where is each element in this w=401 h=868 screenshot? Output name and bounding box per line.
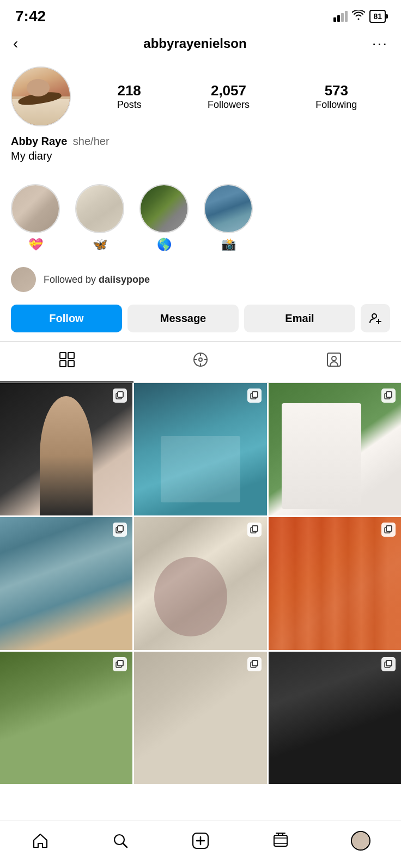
highlight-item-3[interactable]: 🌎 (139, 184, 189, 252)
status-bar: 7:42 81 (0, 0, 401, 29)
more-options-button[interactable]: ··· (372, 35, 388, 52)
multi-post-icon (381, 657, 396, 671)
posts-stat[interactable]: 218 Posts (117, 82, 142, 111)
grid-item-9[interactable] (269, 652, 401, 784)
photo-grid (0, 383, 401, 784)
svg-rect-22 (386, 392, 392, 397)
following-stat[interactable]: 573 Following (315, 82, 357, 111)
status-icons: 81 (333, 10, 386, 23)
multi-post-icon (247, 389, 262, 403)
svg-point-8 (199, 358, 202, 361)
followed-by-text: Followed by daiisypope (44, 274, 150, 286)
followers-stat[interactable]: 2,057 Followers (208, 82, 250, 111)
grid-item-4[interactable] (0, 517, 132, 650)
svg-rect-37 (252, 660, 258, 666)
followed-by: Followed by daiisypope (0, 260, 401, 299)
svg-rect-13 (327, 353, 341, 366)
svg-rect-3 (60, 353, 66, 359)
svg-point-14 (332, 356, 336, 361)
tagged-icon (326, 351, 342, 372)
nav-home[interactable] (24, 830, 57, 852)
email-button[interactable]: Email (244, 305, 355, 332)
grid-item-2[interactable] (134, 383, 266, 515)
svg-point-0 (372, 314, 376, 318)
multi-post-icon (247, 657, 262, 671)
tab-tagged[interactable] (268, 342, 401, 383)
home-icon (32, 833, 48, 848)
add-person-icon (369, 312, 381, 324)
svg-rect-4 (68, 353, 74, 359)
highlight-item-1[interactable]: 💝 (11, 184, 60, 252)
add-icon (192, 832, 209, 849)
profile-stats: 218 Posts 2,057 Followers 573 Following (84, 82, 390, 111)
grid-item-3[interactable] (269, 383, 401, 515)
following-label: Following (315, 99, 357, 111)
avatar[interactable] (11, 66, 71, 126)
multi-post-icon (381, 523, 396, 537)
signal-icon (333, 11, 348, 22)
display-name: Abby Raye (11, 135, 67, 147)
reels-icon (192, 351, 209, 372)
grid-icon (59, 351, 75, 372)
svg-rect-34 (118, 660, 123, 666)
followers-count: 2,057 (208, 82, 250, 99)
nav-add[interactable] (184, 830, 217, 852)
action-buttons: Follow Message Email (0, 299, 401, 341)
follower-username[interactable]: daiisypope (99, 274, 150, 285)
grid-item-8[interactable] (134, 652, 266, 784)
svg-rect-40 (386, 660, 392, 666)
back-button[interactable]: ‹ (13, 35, 18, 52)
bio-text: My diary (11, 150, 390, 162)
nav-search[interactable] (104, 830, 137, 852)
multi-post-icon (113, 389, 127, 403)
svg-rect-5 (60, 361, 66, 367)
wifi-icon (352, 10, 365, 23)
status-time: 7:42 (15, 8, 46, 25)
following-count: 573 (315, 82, 357, 99)
grid-item-5[interactable] (134, 517, 266, 650)
profile-top: 218 Posts 2,057 Followers 573 Following (11, 66, 390, 126)
pronouns: she/her (73, 135, 110, 147)
highlight-emoji-3: 🌎 (157, 238, 172, 252)
svg-rect-19 (252, 392, 258, 397)
reels-nav-icon (274, 833, 288, 849)
message-button[interactable]: Message (127, 305, 239, 332)
multi-post-icon (247, 523, 262, 537)
profile-section: 218 Posts 2,057 Followers 573 Following … (0, 58, 401, 178)
svg-rect-16 (118, 392, 123, 397)
search-icon (113, 833, 128, 848)
multi-post-icon (381, 389, 396, 403)
grid-item-6[interactable] (269, 517, 401, 650)
highlight-emoji-4: 📸 (221, 238, 236, 252)
highlight-item-4[interactable]: 📸 (204, 184, 253, 252)
highlights-section: 💝 🦋 🌎 📸 (0, 178, 401, 260)
grid-item-1[interactable] (0, 383, 132, 515)
highlight-emoji-1: 💝 (28, 238, 43, 252)
tab-grid[interactable] (0, 342, 133, 383)
highlight-item-2[interactable]: 🦋 (75, 184, 124, 252)
tab-reels[interactable] (133, 342, 267, 383)
nav-reels[interactable] (264, 830, 297, 852)
posts-count: 218 (117, 82, 142, 99)
posts-label: Posts (117, 99, 142, 111)
multi-post-icon (113, 523, 127, 537)
svg-rect-28 (252, 526, 258, 531)
content-tabs (0, 341, 401, 383)
profile-bio: Abby Raye she/her My diary (11, 135, 390, 162)
svg-rect-47 (274, 835, 287, 846)
header: ‹ abbyrayenielson ··· (0, 29, 401, 58)
highlight-emoji-2: 🦋 (93, 238, 107, 252)
nav-profile[interactable] (344, 830, 377, 852)
svg-rect-31 (386, 526, 392, 531)
follower-avatar (11, 267, 36, 292)
multi-post-icon (113, 657, 127, 671)
nav-profile-avatar (351, 831, 370, 851)
bottom-nav (0, 821, 401, 868)
followers-label: Followers (208, 99, 250, 111)
battery-icon: 81 (369, 10, 386, 23)
svg-rect-25 (118, 526, 123, 531)
follow-button[interactable]: Follow (11, 305, 122, 332)
add-friend-button[interactable] (361, 304, 390, 332)
svg-rect-6 (68, 361, 74, 367)
grid-item-7[interactable] (0, 652, 132, 784)
